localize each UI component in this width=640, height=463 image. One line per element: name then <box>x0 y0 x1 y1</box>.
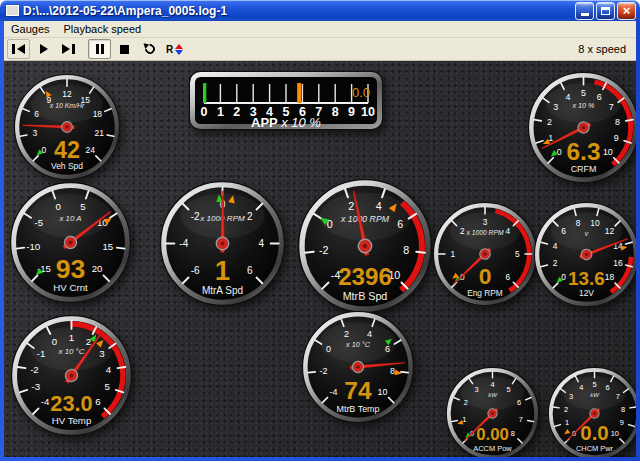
svg-text:4: 4 <box>579 383 583 392</box>
gauge-unit: v <box>585 230 589 237</box>
svg-text:10: 10 <box>378 387 388 397</box>
svg-text:24: 24 <box>86 145 96 155</box>
svg-text:3: 3 <box>32 128 37 138</box>
svg-text:-4: -4 <box>179 238 188 249</box>
gauge-veh-spd: 03691215182124x 10 Km/Hr42Veh Spd <box>14 74 120 180</box>
svg-text:2: 2 <box>564 405 568 414</box>
svg-text:8: 8 <box>621 405 625 414</box>
dial-12v: 024681012141618v13.612V <box>534 202 636 307</box>
gauge-12v: 024681012141618v13.612V <box>534 202 636 307</box>
gauge-mtrb-temp: -4-20246810x 10 °C74MtrB Temp <box>302 311 414 423</box>
pause-button[interactable] <box>88 39 111 59</box>
playback-speed-label: 8 x speed <box>578 43 634 55</box>
svg-text:-5: -5 <box>34 217 43 228</box>
svg-text:-6: -6 <box>191 265 200 276</box>
close-icon: × <box>623 4 631 17</box>
gauge-unit: x 10 % <box>571 101 595 110</box>
gauge-value: 23.0 <box>50 391 92 416</box>
svg-text:2: 2 <box>233 105 240 119</box>
svg-text:5: 5 <box>506 385 510 394</box>
menu-gauges[interactable]: Gauges <box>4 22 57 36</box>
dial-crfm: 012345678910x 10 %6.3CRFM <box>528 72 636 183</box>
svg-text:4: 4 <box>565 92 570 102</box>
gauge-unit: x 10 °C <box>58 347 85 356</box>
svg-text:3: 3 <box>99 348 104 359</box>
svg-text:6: 6 <box>517 398 521 407</box>
dial-hv-crnt: -15-10-505101520x 10 A93HV Crnt <box>10 182 131 303</box>
svg-text:4: 4 <box>258 238 264 249</box>
reset-peaks-icon: R <box>166 44 173 55</box>
gauge-chcm-pwr: 012345678910kW0.0CHCM Pwr <box>548 367 636 457</box>
close-button[interactable]: × <box>617 2 636 20</box>
dial-hv-temp: -4-3-2-10123456x 10 °C23.0HV Temp <box>11 315 132 436</box>
bar-gauge-value: 0.0 <box>352 85 370 100</box>
svg-text:2: 2 <box>247 211 253 222</box>
svg-text:0: 0 <box>557 147 562 157</box>
loop-button[interactable] <box>138 39 161 59</box>
skip-to-start-button[interactable] <box>7 39 30 59</box>
reset-peaks-button[interactable]: R <box>163 39 186 59</box>
gauge-unit: x 1000 RPM <box>340 214 390 224</box>
gauge-name: MtrB Spd <box>343 290 388 302</box>
play-button[interactable] <box>32 39 55 59</box>
svg-text:18: 18 <box>93 109 103 119</box>
pause-icon <box>96 44 99 54</box>
svg-text:4: 4 <box>490 380 494 389</box>
svg-text:6: 6 <box>385 344 390 354</box>
gauge-crfm: 012345678910x 10 %6.3CRFM <box>528 72 636 183</box>
svg-text:1: 1 <box>450 249 455 259</box>
gauge-value: 6.3 <box>567 138 601 165</box>
bar-gauge-app: 0123456789100.0APP x 10 % <box>189 71 383 130</box>
svg-text:10: 10 <box>603 147 613 157</box>
svg-text:6: 6 <box>505 272 510 282</box>
svg-text:5: 5 <box>515 249 520 259</box>
stop-icon <box>120 45 129 54</box>
svg-text:6: 6 <box>597 92 602 102</box>
svg-text:-4: -4 <box>329 387 337 397</box>
svg-text:16: 16 <box>613 258 623 268</box>
svg-text:2: 2 <box>547 117 552 127</box>
svg-text:3: 3 <box>474 385 478 394</box>
titlebar: D:\...\2012-05-22\Ampera_0005.log-1 × <box>0 0 640 21</box>
svg-text:2: 2 <box>464 398 468 407</box>
svg-text:2: 2 <box>460 226 465 236</box>
app-window: D:\...\2012-05-22\Ampera_0005.log-1 × Ga… <box>0 0 640 463</box>
svg-text:-10: -10 <box>26 241 40 252</box>
gauge-unit: kW <box>590 392 600 398</box>
svg-text:8: 8 <box>511 429 515 438</box>
minimize-button[interactable] <box>575 2 594 20</box>
dial-chcm-pwr: 012345678910kW0.0CHCM Pwr <box>548 367 636 457</box>
gauge-value: 0 <box>479 263 492 289</box>
maximize-button[interactable] <box>596 2 615 20</box>
gauge-unit: x 10 °C <box>345 340 371 349</box>
svg-text:1: 1 <box>69 332 74 343</box>
gauge-hv-temp: -4-3-2-10123456x 10 °C23.0HV Temp <box>11 315 132 436</box>
svg-text:20: 20 <box>92 263 103 274</box>
gauge-value: 1 <box>215 255 230 286</box>
stop-button[interactable] <box>113 39 136 59</box>
toolbar: R 8 x speed <box>4 38 636 61</box>
svg-text:10: 10 <box>590 218 600 228</box>
svg-text:5: 5 <box>80 201 85 212</box>
dial-veh-spd: 03691215182124x 10 Km/Hr42Veh Spd <box>14 74 120 180</box>
svg-text:3: 3 <box>569 392 573 401</box>
gauge-name: HV Crnt <box>53 282 88 293</box>
play-icon <box>40 44 48 54</box>
svg-text:21: 21 <box>95 128 105 138</box>
svg-text:7: 7 <box>616 392 620 401</box>
menu-playback-speed[interactable]: Playback speed <box>57 22 149 36</box>
maximize-icon <box>601 7 610 15</box>
minimize-icon <box>581 13 589 16</box>
gauge-unit: x 1000 RPM <box>465 229 504 236</box>
gauge-name: 12V <box>579 289 594 299</box>
svg-text:15: 15 <box>102 241 113 252</box>
gauge-value: 2396 <box>338 263 392 290</box>
svg-text:0: 0 <box>326 344 331 354</box>
svg-text:6: 6 <box>95 396 100 407</box>
svg-text:2: 2 <box>86 336 91 347</box>
svg-text:2: 2 <box>348 200 354 212</box>
svg-text:18: 18 <box>605 272 615 282</box>
skip-to-end-button[interactable] <box>57 39 80 59</box>
svg-text:6: 6 <box>606 383 610 392</box>
svg-text:-2: -2 <box>30 364 39 375</box>
